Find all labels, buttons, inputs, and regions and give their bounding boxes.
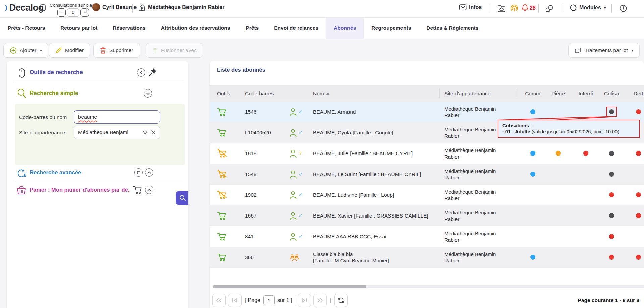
- tab-retours-par-lot[interactable]: Retours par lot: [53, 17, 105, 39]
- tab-attribution-des-r-servations[interactable]: Attribution des réservations: [153, 17, 238, 39]
- broadcast-icon[interactable]: [510, 5, 518, 13]
- header-nom[interactable]: Nom: [313, 85, 439, 102]
- name-cell[interactable]: BEAUME, Xavier [Famille : GRASSIES CAMIL…: [313, 205, 439, 226]
- consultations-widget: Consultations sur place − 0 +: [40, 1, 97, 17]
- name-cell[interactable]: BEAUME, Le Saint [Famille : BEAUME CYRIL…: [313, 164, 439, 184]
- expand-advanced-search-button[interactable]: [145, 168, 153, 177]
- indicator-dot-cotisa[interactable]: [609, 213, 614, 218]
- indicator-dot-dett[interactable]: [636, 255, 641, 260]
- loan-cart-button[interactable]: [214, 102, 240, 122]
- horizontal-scrollbar-thumb[interactable]: [213, 285, 366, 288]
- indicator-dot-cotisa[interactable]: [609, 172, 614, 177]
- app-logo[interactable]: Decalog: [4, 3, 44, 13]
- header-interd[interactable]: Interdi: [574, 85, 598, 102]
- decrement-button[interactable]: −: [57, 8, 66, 17]
- folder-cloud-icon[interactable]: [497, 5, 506, 12]
- header-cotisa[interactable]: Cotisa: [599, 85, 624, 102]
- indicator-dot-cotisa[interactable]: [609, 255, 614, 260]
- header-site[interactable]: Site d'appartenance: [444, 85, 501, 102]
- first-page-button[interactable]: [212, 294, 226, 307]
- last-page-button[interactable]: [313, 294, 327, 307]
- indicator-dot-cotisa[interactable]: [609, 151, 614, 156]
- link-icon[interactable]: [545, 5, 554, 13]
- name-cell[interactable]: BEAUME, Julie [Famille : BEAUME CYRIL]: [313, 143, 439, 164]
- header-dett[interactable]: Dett: [626, 85, 644, 102]
- indicator-dot-comm[interactable]: [530, 109, 535, 114]
- tab-abonn-s[interactable]: Abonnés: [326, 17, 364, 39]
- batch-processing-button[interactable]: Traitements par lot ▾: [568, 43, 640, 58]
- header-outils[interactable]: Outils: [214, 85, 240, 102]
- tab-dettes-r-glements[interactable]: Dettes & Règlements: [419, 17, 486, 39]
- merge-button[interactable]: Fusionner avec: [146, 43, 203, 58]
- current-site[interactable]: Médiathèque Benjamin Rabier: [139, 4, 225, 11]
- page-number-input[interactable]: 1: [263, 295, 275, 305]
- loan-cart-button[interactable]: [214, 226, 240, 247]
- loan-cart-button[interactable]: [214, 247, 240, 267]
- alert-circle-icon[interactable]: [619, 4, 627, 12]
- indicator-dot-comm[interactable]: [530, 255, 535, 260]
- consultations-count[interactable]: 0: [67, 8, 79, 17]
- name-cell[interactable]: BEAUME, Cyrila [Famille : Gogole]: [313, 122, 439, 143]
- indicator-dot-comm[interactable]: [530, 151, 535, 156]
- indicator-dot-dett[interactable]: [636, 151, 641, 156]
- table-row[interactable]: 366Classe bla bla bla[Famille : M Cyril …: [210, 247, 644, 268]
- user-name[interactable]: Cyril Beaume: [102, 4, 137, 10]
- loan-cart-button[interactable]: [214, 164, 240, 184]
- collapse-simple-search-button[interactable]: [144, 89, 152, 98]
- previous-page-button[interactable]: [228, 294, 241, 307]
- loan-cart-button[interactable]: [214, 185, 240, 205]
- search-submit-button[interactable]: [176, 191, 188, 205]
- loan-cart-button[interactable]: [214, 122, 240, 143]
- infos-button[interactable]: Infos: [459, 4, 482, 11]
- name-cell[interactable]: BEAUME, Armand: [313, 102, 439, 122]
- notifications-button[interactable]: 28: [521, 4, 536, 12]
- add-button[interactable]: Ajouter ▾: [3, 43, 48, 58]
- indicator-dot-interd[interactable]: [583, 151, 588, 156]
- indicator-dot-cotisa[interactable]: [609, 234, 614, 239]
- tab-envoi-de-relances[interactable]: Envoi de relances: [266, 17, 326, 39]
- increment-button[interactable]: +: [80, 8, 89, 17]
- expand-basket-button[interactable]: [145, 186, 153, 194]
- dropdown-triangle-icon[interactable]: [143, 130, 148, 135]
- table-row[interactable]: 1667♂BEAUME, Xavier [Famille : GRASSIES …: [210, 205, 644, 226]
- advanced-search-window-button[interactable]: [134, 168, 143, 177]
- tab-pr-ts-retours[interactable]: Prêts - Retours: [0, 17, 53, 39]
- indicator-dot-comm[interactable]: [530, 172, 535, 177]
- header-piege[interactable]: Piège: [545, 85, 571, 102]
- site-combobox[interactable]: Médiathèque Benjami: [74, 126, 160, 139]
- header-code-barres[interactable]: Code-barres: [245, 85, 287, 102]
- indicator-dot-cotisa[interactable]: [609, 192, 614, 197]
- search-input[interactable]: beaume: [74, 110, 160, 124]
- delete-button[interactable]: Supprimer: [93, 43, 140, 58]
- name-cell[interactable]: BEAUME AAA BBB CCC, Essai: [313, 226, 439, 247]
- site-cell: Médiathèque Benjamin Rabier: [444, 247, 501, 267]
- modules-menu[interactable]: Modules ▾: [570, 4, 606, 11]
- basket-cart-button[interactable]: [133, 186, 142, 194]
- loan-cart-button[interactable]: [214, 205, 240, 226]
- table-row[interactable]: 1818♀BEAUME, Julie [Famille : BEAUME CYR…: [210, 143, 644, 164]
- indicator-dot-dett[interactable]: [636, 109, 641, 114]
- tab-pr-ts[interactable]: Prêts: [238, 17, 266, 39]
- indicator-dot-piege[interactable]: [556, 151, 561, 156]
- name-cell[interactable]: BEAUME, Ludivine [Famille : Loup]: [313, 185, 439, 205]
- collapse-panel-button[interactable]: [137, 68, 145, 77]
- table-row[interactable]: 1902♂BEAUME, Ludivine [Famille : Loup]Mé…: [210, 185, 644, 205]
- tab-regroupements[interactable]: Regroupements: [364, 17, 419, 39]
- tab-r-servations[interactable]: Réservations: [105, 17, 153, 39]
- pin-icon[interactable]: [148, 68, 157, 77]
- loan-cart-button[interactable]: [214, 143, 240, 164]
- indicator-dot-dett[interactable]: [636, 192, 641, 197]
- table-row[interactable]: 1548♂BEAUME, Le Saint [Famille : BEAUME …: [210, 164, 644, 185]
- modify-button[interactable]: Modifier: [49, 43, 90, 58]
- user-avatar[interactable]: [92, 3, 100, 11]
- table-row[interactable]: 1546♂BEAUME, ArmandMédiathèque Benjamin …: [210, 102, 644, 122]
- indicator-dot-dett[interactable]: [636, 213, 641, 218]
- horizontal-scrollbar-track[interactable]: [213, 285, 644, 288]
- clear-icon[interactable]: [151, 130, 156, 135]
- next-page-button[interactable]: [298, 294, 311, 307]
- refresh-button[interactable]: [334, 294, 348, 307]
- indicator-dot-cotisa[interactable]: [609, 109, 614, 114]
- header-comm[interactable]: Comm: [520, 85, 545, 102]
- name-cell[interactable]: Classe bla bla bla[Famille : M Cyril Bea…: [313, 247, 439, 267]
- table-row[interactable]: 841♂BEAUME AAA BBB CCC, EssaiMédiathèque…: [210, 226, 644, 247]
